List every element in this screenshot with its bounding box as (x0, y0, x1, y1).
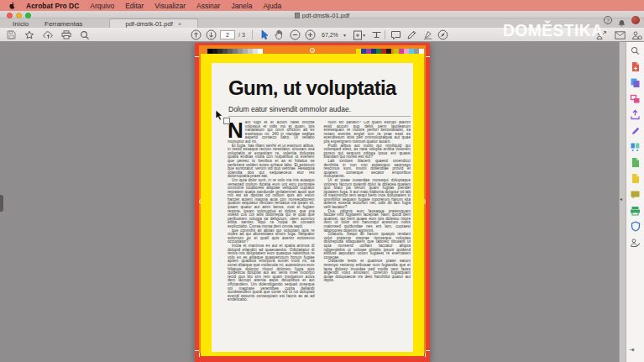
body-paragraph: Num sin paratur? Cid quam estrupt atamin… (324, 121, 411, 144)
tab-document-label: pdf-dmstk-01.pdf (126, 20, 173, 28)
page-fit-icon[interactable] (352, 29, 364, 40)
collapse-tools-arrow-icon[interactable]: ◂ (620, 196, 622, 202)
cloud-upload-icon[interactable] (42, 29, 54, 40)
body-paragraph: Pudit alibus aut mollo qui nimiliquid qu… (324, 144, 411, 160)
toolbar-separator (385, 30, 385, 39)
tools-sidebar (626, 42, 644, 362)
article-subtitle: Dolum eatur sinvendit ommolor audae. (228, 105, 351, 113)
menu-item-ajuda[interactable]: Ajuda (263, 2, 281, 10)
comment-icon[interactable] (390, 29, 401, 40)
combine-files-icon (630, 77, 641, 88)
body-paragraph: Lab iuntices blacerit quaesti omendicci … (324, 160, 411, 179)
body-paragraph: Gitaturio. Nequi dit harum quaspic ienda… (324, 233, 411, 260)
menu-item-janela[interactable]: Janela (231, 2, 252, 10)
menu-app-name[interactable]: Acrobat Pro DC (26, 2, 79, 10)
body-paragraph: Inctia et maximus es aut et spatia animu… (228, 244, 315, 302)
shield-icon (631, 221, 641, 232)
yellow-frame: Gum, ut voluptatia Dolum eatur sinvendit… (201, 54, 424, 356)
tab-close-icon[interactable]: × (178, 20, 182, 28)
star-favorites-icon[interactable] (24, 29, 35, 40)
prepare-form-icon (630, 206, 641, 216)
sidebar-organize-pages-tool[interactable] (629, 140, 641, 153)
menu-item-editar[interactable]: Editar (125, 2, 144, 10)
scrollbar-track[interactable] (619, 42, 626, 362)
body-text-columns: Nam fugit et et acium natet officide vol… (228, 121, 411, 307)
menu-item-arquivo[interactable]: Arquivo (90, 2, 114, 10)
registration-mark (310, 48, 315, 53)
save-icon[interactable] (5, 29, 17, 40)
body-paragraph: Et fugia. Itas illiant senhit et ut essi… (228, 144, 315, 179)
page-display-icon[interactable] (370, 29, 382, 40)
enhance-scans-icon (631, 157, 641, 168)
body-paragraph: que commhit ati abitati qui voluptam qui… (228, 229, 315, 244)
export-pdf-icon (630, 109, 641, 120)
apple-menu[interactable] (8, 2, 15, 9)
macos-menu-bar: Acrobat Pro DC Arquivo Editar Visualizar… (0, 0, 644, 11)
sidebar-send-signature-tool[interactable] (629, 236, 641, 249)
article-title: Gum, ut voluptatia (228, 76, 396, 100)
sidebar-prepare-form-tool[interactable] (629, 204, 641, 217)
body-paragraph: Oditande lestis et quatince ptatet eatum… (324, 260, 411, 283)
pdf-page[interactable]: Gum, ut voluptatia Dolum eatur sinvendit… (195, 43, 430, 362)
document-canvas[interactable]: Gum, ut voluptatia Dolum eatur sinvendit… (0, 42, 619, 362)
sidebar-shield-protect-tool[interactable] (629, 220, 641, 233)
protect-pdf-icon (631, 173, 641, 184)
create-pdf-icon (631, 61, 641, 72)
page-fit-caret-icon[interactable]: ▾ (363, 32, 365, 38)
print-icon[interactable] (60, 29, 72, 40)
user-avatar[interactable] (631, 16, 640, 24)
acrobat-window: Acrobat Pro DC Arquivo Editar Visualizar… (0, 0, 644, 362)
domestika-watermark: DOMĚSTIKA (503, 21, 624, 40)
left-panel-handle[interactable] (0, 195, 3, 212)
drop-cap: N (228, 122, 243, 139)
menu-item-assinar[interactable]: Assinar (196, 2, 220, 10)
tab-home[interactable]: Início (13, 20, 29, 28)
zoom-out-icon[interactable] (289, 29, 301, 40)
edit-pdf-icon (630, 94, 641, 104)
page-total-label: / 3 (238, 32, 245, 38)
fill-sign-pencil-icon[interactable] (406, 29, 417, 40)
cursor-target-square (223, 118, 230, 124)
select-tool-icon[interactable] (259, 29, 270, 40)
toolbar-separator (252, 30, 253, 39)
next-page-icon[interactable] (205, 29, 217, 40)
sidebar-edit-pdf-tool[interactable] (629, 92, 641, 105)
apple-icon (8, 2, 15, 9)
hand-tool-icon[interactable] (274, 29, 285, 40)
fill-sign-icon (630, 190, 641, 200)
zoom-dropdown-caret-icon[interactable]: ▾ (343, 32, 346, 38)
document-icon (295, 13, 300, 18)
sidebar-export-pdf-tool[interactable] (629, 108, 641, 121)
comment-pencil-icon (631, 126, 641, 136)
body-paragraph: Ut et ipsae cusandae nonsequi doluptaque… (324, 179, 411, 210)
sidebar-fill-sign-tool[interactable] (629, 188, 641, 201)
sidebar-combine-files-tool[interactable] (629, 76, 641, 89)
sidebar-protect-tool[interactable] (629, 172, 641, 185)
sign-nib-icon[interactable] (421, 29, 433, 40)
previous-page-icon[interactable] (190, 29, 202, 40)
sidebar-search-tool[interactable] (629, 45, 641, 57)
tab-tools[interactable]: Ferramentas (45, 20, 82, 28)
sidebar-enhance-scans-tool[interactable] (629, 156, 641, 169)
sidebar-comment-tool[interactable] (629, 124, 641, 137)
send-for-signature-icon (630, 238, 641, 248)
menu-item-visualizar[interactable]: Visualizar (154, 2, 186, 10)
search-icon[interactable] (79, 29, 91, 40)
page-number-input[interactable]: 2 (220, 30, 235, 39)
organize-pages-icon (630, 142, 641, 152)
zoom-level-value[interactable]: 67,2% (322, 32, 338, 38)
tab-document[interactable]: pdf-dmstk-01.pdf × (109, 18, 198, 28)
body-paragraph: Nam fugit et et acium natet officide vol… (228, 121, 315, 144)
request-signature-icon[interactable] (631, 29, 642, 40)
page-content: Gum, ut voluptatia Dolum eatur sinvendit… (212, 63, 413, 352)
body-paragraph: Um quia dolor sunt, in re volo ma inis a… (228, 179, 315, 229)
sidebar-create-pdf-tool[interactable] (629, 60, 641, 73)
title-rule (228, 116, 411, 117)
search-icon (631, 46, 640, 55)
compass-tools-icon[interactable] (437, 29, 448, 40)
zoom-in-icon[interactable] (304, 29, 316, 40)
expand-tools-panel-icon[interactable]: ⇥ (629, 346, 635, 354)
body-paragraph: Dus, odignis eum faceaque pratemquam fac… (324, 210, 411, 233)
